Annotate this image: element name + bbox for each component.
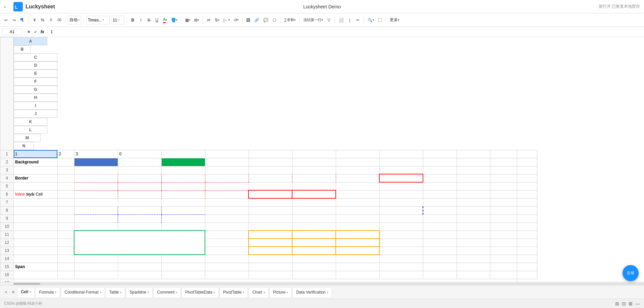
- add-sheet-button[interactable]: +: [3, 288, 9, 296]
- row-num-5[interactable]: 5: [0, 182, 14, 190]
- sheet-tab-comment[interactable]: Comment ▾: [153, 287, 181, 297]
- cell-D2[interactable]: [118, 158, 161, 166]
- cell-J8[interactable]: [379, 206, 423, 214]
- cell-C16[interactable]: [74, 271, 118, 279]
- cell-F1[interactable]: [205, 150, 249, 158]
- split-button[interactable]: |: [346, 16, 353, 24]
- cell-I10[interactable]: [336, 222, 379, 230]
- cell-I6[interactable]: [336, 190, 379, 198]
- cell-N11[interactable]: [517, 230, 537, 239]
- italic-button[interactable]: I: [138, 16, 144, 24]
- align-h-button[interactable]: ≡ ▾: [205, 16, 212, 24]
- cell-H3[interactable]: [292, 166, 336, 174]
- cell-J6[interactable]: [379, 190, 423, 198]
- cell-C3[interactable]: [74, 166, 118, 174]
- cell-K7[interactable]: [423, 198, 457, 206]
- cell-E3[interactable]: [161, 166, 205, 174]
- cell-F12[interactable]: [205, 239, 249, 247]
- cell-N9[interactable]: [517, 214, 537, 222]
- cell-J4[interactable]: [379, 174, 423, 182]
- row-num-2[interactable]: 2: [0, 158, 14, 166]
- row-num-16[interactable]: 16: [0, 271, 14, 279]
- cell-A9[interactable]: [14, 214, 58, 222]
- cell-F14[interactable]: [205, 255, 249, 263]
- cell-H8[interactable]: [292, 206, 336, 214]
- cell-B3[interactable]: [57, 166, 74, 174]
- formula-more-button[interactable]: ⬡: [271, 16, 278, 24]
- sheet-tab-cell[interactable]: Cell ▾: [17, 287, 35, 297]
- row-num-6[interactable]: 6: [0, 190, 14, 198]
- cell-L7[interactable]: [457, 198, 490, 206]
- cell-D4[interactable]: [118, 174, 161, 182]
- row-num-13[interactable]: 13: [0, 247, 14, 255]
- col-header-F[interactable]: F: [14, 78, 57, 86]
- cell-E5[interactable]: [161, 182, 205, 190]
- cell-N8[interactable]: [517, 206, 537, 214]
- cell-M15[interactable]: [490, 263, 517, 271]
- cell-L3[interactable]: [457, 166, 490, 174]
- sheet-tab-picture[interactable]: Picture ▾: [269, 287, 292, 297]
- cell-B8[interactable]: [57, 206, 74, 214]
- cell-D7[interactable]: [118, 198, 161, 206]
- row-num-15[interactable]: 15: [0, 263, 14, 271]
- cell-D6[interactable]: [118, 190, 161, 198]
- cell-M12[interactable]: [490, 239, 517, 247]
- cell-A17[interactable]: [14, 279, 517, 282]
- minus-icon[interactable]: —: [635, 301, 640, 306]
- cell-K12[interactable]: [423, 239, 457, 247]
- cell-B14[interactable]: [57, 255, 74, 263]
- cell-G1[interactable]: [249, 150, 292, 158]
- cell-G5[interactable]: [249, 182, 292, 190]
- sheet-tab-sparkline[interactable]: Sparkline ▾: [126, 287, 153, 297]
- cell-A7[interactable]: [14, 198, 58, 206]
- cell-J15[interactable]: [379, 263, 423, 271]
- cell-K14[interactable]: [423, 255, 457, 263]
- cell-G12[interactable]: [249, 239, 292, 247]
- cell-G3[interactable]: [249, 166, 292, 174]
- cell-M7[interactable]: [490, 198, 517, 206]
- cell-H11[interactable]: [292, 230, 336, 239]
- cell-N6[interactable]: [517, 190, 537, 198]
- cell-F15[interactable]: [205, 263, 249, 271]
- more-button[interactable]: 更多 ▾: [388, 16, 400, 24]
- wrap-text-button[interactable]: |← ▾: [222, 16, 231, 24]
- sum-button[interactable]: ∑求和 ▾: [283, 16, 297, 24]
- cell-M10[interactable]: [490, 222, 517, 230]
- formula-cancel-icon[interactable]: ✕: [26, 29, 31, 35]
- cell-L2[interactable]: [457, 158, 490, 166]
- cell-C9[interactable]: [74, 214, 118, 222]
- cell-K10[interactable]: [423, 222, 457, 230]
- percent-button[interactable]: %: [39, 16, 46, 24]
- cell-E7[interactable]: [161, 198, 205, 206]
- cell-B16[interactable]: [57, 271, 74, 279]
- cell-I9[interactable]: [336, 214, 379, 222]
- cell-L10[interactable]: [457, 222, 490, 230]
- feedback-button[interactable]: 反馈: [623, 265, 639, 281]
- cell-E14[interactable]: [161, 255, 205, 263]
- cell-F8[interactable]: [205, 206, 249, 214]
- cell-D1[interactable]: 0: [118, 150, 161, 158]
- cell-C14[interactable]: [74, 255, 118, 263]
- sheet-tab-chart[interactable]: Chart ▾: [249, 287, 268, 297]
- cell-F9[interactable]: [205, 214, 249, 222]
- cell-N16[interactable]: [517, 271, 537, 279]
- cell-F3[interactable]: [205, 166, 249, 174]
- currency-button[interactable]: ¥: [31, 16, 38, 24]
- cell-K8[interactable]: [423, 206, 457, 214]
- cell-E15[interactable]: [161, 263, 205, 271]
- cell-I8[interactable]: [336, 206, 379, 214]
- freeze-row-button[interactable]: 冻结第一行 ▾: [302, 16, 324, 24]
- underline-button[interactable]: U: [154, 16, 160, 24]
- cell-J11[interactable]: [379, 230, 423, 239]
- cell-K3[interactable]: [423, 166, 457, 174]
- split-view-icon[interactable]: ⊟: [622, 301, 626, 306]
- cell-C5[interactable]: [74, 182, 118, 190]
- font-size-dropdown[interactable]: 11 ▾: [111, 16, 124, 24]
- cell-C11[interactable]: [74, 230, 205, 255]
- cell-G11[interactable]: [249, 230, 292, 239]
- cell-L13[interactable]: [457, 247, 490, 255]
- cell-H4[interactable]: [292, 174, 336, 182]
- sheet-tab-formula[interactable]: Formula ▾: [35, 287, 60, 297]
- cell-A6[interactable]: Inline Style Cell: [14, 190, 58, 198]
- filter-button[interactable]: ▽: [326, 16, 332, 24]
